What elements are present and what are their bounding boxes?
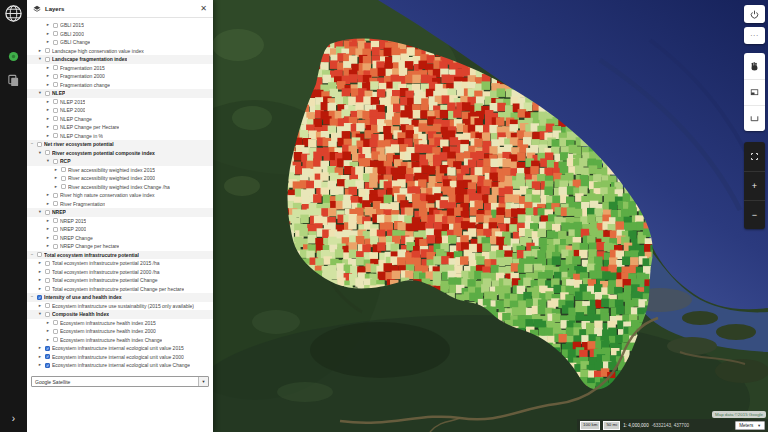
layer-tree-item[interactable]: ▾River ecosystem potential composite ind… xyxy=(27,149,213,158)
units-select[interactable]: Meters ▼ xyxy=(735,421,765,430)
power-button[interactable] xyxy=(744,5,765,23)
layer-visibility-checkbox[interactable] xyxy=(37,295,42,300)
layer-tree-item[interactable]: ▸Ecosystem infrastructure internal ecolo… xyxy=(27,344,213,353)
layer-tree-item[interactable]: ▸GBLI 2015 xyxy=(27,21,213,30)
chevron-down-icon[interactable]: ▼ xyxy=(198,377,208,386)
collapse-caret-icon[interactable]: ▾ xyxy=(45,158,51,164)
layer-tree-item[interactable]: ▸Ecosystem infrastructure health index 2… xyxy=(27,319,213,328)
layer-tree-item[interactable]: ▸NREP Change per hectare xyxy=(27,242,213,251)
expand-caret-icon[interactable]: ▸ xyxy=(45,99,51,105)
more-options-button[interactable]: ··· xyxy=(744,27,765,44)
layer-visibility-checkbox[interactable] xyxy=(45,303,50,308)
layer-tree-item[interactable]: ▸NLEP Change per Hectare xyxy=(27,123,213,132)
collapse-caret-icon[interactable]: − xyxy=(29,252,35,258)
layer-tree-item[interactable]: ▸Landscape high conservation value index xyxy=(27,47,213,56)
expand-caret-icon[interactable]: ▸ xyxy=(37,303,43,309)
layer-tree-item[interactable]: ▸Fragmentation 2015 xyxy=(27,64,213,73)
layer-tree-item[interactable]: −Total ecosystem infrastrucutre potentia… xyxy=(27,251,213,260)
layer-visibility-checkbox[interactable] xyxy=(53,31,58,36)
expand-caret-icon[interactable]: ▸ xyxy=(45,218,51,224)
layer-visibility-checkbox[interactable] xyxy=(45,48,50,53)
expand-caret-icon[interactable]: ▸ xyxy=(53,184,59,190)
expand-caret-icon[interactable]: ▸ xyxy=(45,22,51,28)
layer-visibility-checkbox[interactable] xyxy=(53,125,58,130)
expand-caret-icon[interactable]: ▸ xyxy=(37,362,43,368)
layer-tree-item[interactable]: ▸NLEP 2015 xyxy=(27,98,213,107)
layer-visibility-checkbox[interactable] xyxy=(53,99,58,104)
expand-caret-icon[interactable]: ▸ xyxy=(45,31,51,37)
expand-caret-icon[interactable]: ▸ xyxy=(45,73,51,79)
layer-visibility-checkbox[interactable] xyxy=(53,218,58,223)
zoom-out-button[interactable]: − xyxy=(744,200,765,229)
expand-caret-icon[interactable]: ▸ xyxy=(37,48,43,54)
layer-visibility-checkbox[interactable] xyxy=(53,329,58,334)
expand-caret-icon[interactable]: ▸ xyxy=(45,243,51,249)
layer-visibility-checkbox[interactable] xyxy=(61,176,66,181)
expand-caret-icon[interactable]: ▸ xyxy=(37,354,43,360)
layer-visibility-checkbox[interactable] xyxy=(45,210,50,215)
layer-visibility-checkbox[interactable] xyxy=(37,252,42,257)
extent-tool-button[interactable] xyxy=(744,105,765,131)
layer-visibility-checkbox[interactable] xyxy=(45,286,50,291)
layer-visibility-checkbox[interactable] xyxy=(45,150,50,155)
layer-visibility-checkbox[interactable] xyxy=(45,269,50,274)
layer-tree-item[interactable]: ▾NLEP xyxy=(27,89,213,98)
expand-caret-icon[interactable]: ▸ xyxy=(45,337,51,343)
expand-caret-icon[interactable]: ▸ xyxy=(45,320,51,326)
layer-tree-item[interactable]: ▸River accessibility weighted index 2015 xyxy=(27,166,213,175)
layer-tree-item[interactable]: ▸Total ecosystem infrastrucutre potentia… xyxy=(27,268,213,277)
layer-visibility-checkbox[interactable] xyxy=(53,201,58,206)
layer-tree-item[interactable]: ▸Ecosystem infrastructure internal ecolo… xyxy=(27,353,213,362)
expand-caret-icon[interactable]: ▸ xyxy=(45,39,51,45)
layer-tree-item[interactable]: ▸Ecosystem infrastructure use sustainabi… xyxy=(27,302,213,311)
layer-visibility-checkbox[interactable] xyxy=(45,363,50,368)
expand-caret-icon[interactable]: ▸ xyxy=(37,286,43,292)
expand-caret-icon[interactable]: ▸ xyxy=(37,345,43,351)
expand-caret-icon[interactable]: ▸ xyxy=(37,260,43,266)
layer-tree-item[interactable]: ▸River Fragmentation xyxy=(27,200,213,209)
expand-caret-icon[interactable]: ▸ xyxy=(45,124,51,130)
expand-caret-icon[interactable]: ▸ xyxy=(45,201,51,207)
expand-caret-icon[interactable]: ▸ xyxy=(45,328,51,334)
expand-caret-icon[interactable]: ▸ xyxy=(45,82,51,88)
layer-visibility-checkbox[interactable] xyxy=(53,193,58,198)
layer-tree-item[interactable]: ▸Total ecosystem infrastrucutre potentia… xyxy=(27,285,213,294)
layer-tree-item[interactable]: ▸Ecosystem infrastructure health index 2… xyxy=(27,327,213,336)
layer-tree-item[interactable]: −Net river ecosystem potential xyxy=(27,140,213,149)
layer-tree-item[interactable]: ▸Total ecosystem infrastrucutre potentia… xyxy=(27,259,213,268)
layer-tree-item[interactable]: ▾Landscape fragmentation index xyxy=(27,55,213,64)
pan-tool-button[interactable] xyxy=(744,53,765,79)
expand-caret-icon[interactable]: ▸ xyxy=(45,235,51,241)
layer-tree-item[interactable]: ▸NLEP 2000 xyxy=(27,106,213,115)
layer-visibility-checkbox[interactable] xyxy=(53,82,58,87)
layer-visibility-checkbox[interactable] xyxy=(53,244,58,249)
layer-tree-item[interactable]: ▾NREP xyxy=(27,208,213,217)
expand-caret-icon[interactable]: ▸ xyxy=(37,269,43,275)
layer-visibility-checkbox[interactable] xyxy=(53,227,58,232)
layer-visibility-checkbox[interactable] xyxy=(37,142,42,147)
layer-tree-item[interactable]: −Intensity of use and health index xyxy=(27,293,213,302)
collapse-caret-icon[interactable]: − xyxy=(29,141,35,147)
expand-caret-icon[interactable]: ▸ xyxy=(45,192,51,198)
collapse-caret-icon[interactable]: ▾ xyxy=(37,56,43,62)
layer-tree-item[interactable]: ▸Ecosystem infrastructure health index C… xyxy=(27,336,213,345)
zoom-in-button[interactable]: + xyxy=(744,171,765,200)
layer-visibility-checkbox[interactable] xyxy=(53,116,58,121)
layer-visibility-checkbox[interactable] xyxy=(45,354,50,359)
fullscreen-button[interactable] xyxy=(744,142,765,171)
collapse-caret-icon[interactable]: ▾ xyxy=(37,209,43,215)
layer-visibility-checkbox[interactable] xyxy=(53,337,58,342)
layer-visibility-checkbox[interactable] xyxy=(53,40,58,45)
layer-visibility-checkbox[interactable] xyxy=(53,74,58,79)
layer-tree-item[interactable]: ▾RCP xyxy=(27,157,213,166)
layer-tree-item[interactable]: ▾Composite Health Index xyxy=(27,310,213,319)
collapse-caret-icon[interactable]: ▾ xyxy=(37,311,43,317)
expand-caret-icon[interactable]: ▸ xyxy=(45,116,51,122)
layer-visibility-checkbox[interactable] xyxy=(53,320,58,325)
expand-caret-icon[interactable]: ▸ xyxy=(45,133,51,139)
layer-visibility-checkbox[interactable] xyxy=(53,159,58,164)
collapse-caret-icon[interactable]: ▾ xyxy=(37,90,43,96)
layer-visibility-checkbox[interactable] xyxy=(45,261,50,266)
layer-tree-item[interactable]: ▸NREP 2015 xyxy=(27,217,213,226)
layer-tree-item[interactable]: ▸NREP Change xyxy=(27,234,213,243)
